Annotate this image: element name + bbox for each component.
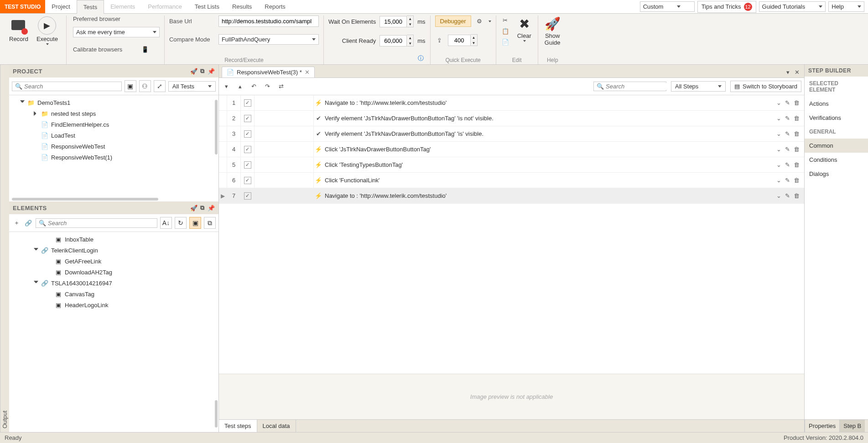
gear-icon[interactable]: ⚙ [475, 17, 484, 26]
undo-icon[interactable]: ↶ [249, 82, 258, 91]
edit-icon[interactable]: ✎ [785, 177, 790, 184]
tree-item[interactable]: 🔗TelerikClientLogin [9, 245, 218, 256]
delete-icon[interactable]: 🗑 [794, 146, 800, 153]
elements-search[interactable]: 🔍 [36, 218, 157, 228]
sort-icon[interactable]: A↓ [160, 217, 172, 229]
rocket-icon[interactable]: 🚀 [190, 205, 198, 211]
document-tab[interactable]: 📄 ResponsiveWebTest(3) * ✕ [222, 67, 315, 77]
tips-button[interactable]: Tips and Tricks 12 [697, 1, 756, 13]
step-checkbox[interactable]: ✓ [241, 157, 255, 172]
clear-button[interactable]: ✖ Clear [515, 15, 533, 43]
step-checkbox[interactable]: ✓ [241, 95, 255, 110]
tree-item[interactable]: 📄ResponsiveWebTest(1) [9, 152, 218, 163]
pin-icon[interactable]: 📌 [208, 205, 215, 211]
info-icon[interactable]: ⓘ [416, 54, 426, 63]
steps-search[interactable]: 🔍 [593, 82, 666, 91]
step-checkbox[interactable]: ✓ [241, 173, 255, 188]
steps-list[interactable]: 1✓⚡Navigate to : 'http://www.telerik.com… [219, 95, 804, 374]
delete-icon[interactable]: 🗑 [794, 192, 800, 199]
guided-tutorials-button[interactable]: Guided Tutorials [759, 1, 826, 12]
client-ready-spinner[interactable]: ▲▼ [379, 35, 414, 46]
project-search-input[interactable] [24, 83, 119, 90]
move-up-icon[interactable]: ▴ [235, 82, 244, 91]
edit-icon[interactable]: ✎ [785, 115, 790, 122]
tree-item[interactable]: ▣HeaderLogoLink [9, 299, 218, 310]
tree-item[interactable]: ▣GetAFreeLink [9, 256, 218, 267]
tab-properties[interactable]: Properties [805, 420, 839, 432]
mobile-icon[interactable]: 📱 [140, 45, 150, 54]
expand-icon[interactable]: ⌄ [776, 99, 781, 106]
dropdown-caret-icon[interactable]: ▾ [222, 82, 231, 91]
tree-item[interactable]: 📄FindElementHelper.cs [9, 119, 218, 130]
project-search[interactable]: 🔍 [12, 82, 122, 91]
add-icon[interactable]: ＋ [12, 218, 21, 227]
step-checkbox[interactable]: ✓ [241, 142, 255, 157]
execute-button[interactable]: ▶ Execute [35, 15, 60, 46]
redo-icon[interactable]: ↷ [263, 82, 272, 91]
compare-mode-combo[interactable]: FullPathAndQuery [218, 34, 319, 45]
spin-down-icon[interactable]: ▼ [407, 41, 413, 46]
menu-tests[interactable]: Tests [77, 0, 104, 14]
menu-testlists[interactable]: Test Lists [188, 0, 226, 13]
step-gutter[interactable] [219, 173, 227, 188]
spin-down-icon[interactable]: ▼ [471, 40, 477, 46]
delete-icon[interactable]: 🗑 [794, 161, 800, 168]
step-row[interactable]: ▶7✓⚡Navigate to : 'http://www.telerik.co… [219, 188, 804, 204]
sb-dialogs[interactable]: Dialogs [805, 167, 868, 181]
step-checkbox[interactable]: ✓ [241, 188, 255, 203]
tree-item[interactable]: ▣InboxTable [9, 234, 218, 245]
wait-on-spinner[interactable]: ▲▼ [379, 15, 414, 27]
show-guide-button[interactable]: 🚀 Show Guide [543, 15, 562, 47]
tree-item[interactable]: 📄ResponsiveWebTest [9, 141, 218, 152]
sb-conditions[interactable]: Conditions [805, 153, 868, 167]
tree-item[interactable]: ▣CanvasTag [9, 288, 218, 299]
sb-common[interactable]: Common [805, 139, 868, 153]
tree-item[interactable]: 🔗TSLA16430014216947 [9, 278, 218, 288]
elements-tree[interactable]: ▣InboxTable🔗TelerikClientLogin▣GetAFreeL… [9, 232, 218, 432]
caret-icon[interactable] [34, 248, 38, 252]
step-row[interactable]: 6✓⚡Click 'FunctionalLink'⌄✎🗑 [219, 173, 804, 188]
step-gutter[interactable] [219, 157, 227, 172]
group-icon[interactable]: ⧉ [204, 217, 216, 229]
expand-icon[interactable]: ⌄ [776, 130, 781, 137]
tree-item[interactable]: 📁DemoTests1 [9, 97, 218, 108]
step-gutter[interactable]: ▶ [219, 188, 227, 203]
project-tree[interactable]: 📁DemoTests1📁nested test steps📄FindElemen… [9, 95, 218, 197]
switch-storyboard-button[interactable]: ▤ Switch to Storyboard [730, 81, 801, 92]
tree-item[interactable]: 📁nested test steps [9, 108, 218, 119]
highlight-icon[interactable]: ▣ [189, 217, 201, 229]
tree-item[interactable]: ▣DownloadAH2Tag [9, 267, 218, 278]
link-icon[interactable]: 🔗 [24, 218, 33, 227]
wait-on-value[interactable] [379, 16, 407, 27]
tree-icon[interactable]: ⚇ [139, 80, 151, 92]
client-ready-value[interactable] [379, 35, 407, 46]
sb-verifications[interactable]: Verifications [805, 111, 868, 125]
spin-up-icon[interactable]: ▲ [407, 16, 413, 21]
output-tab[interactable]: Output [0, 65, 9, 432]
collapse-icon[interactable]: ▣ [125, 80, 136, 92]
delete-icon[interactable]: 🗑 [794, 177, 800, 184]
caret-icon[interactable] [34, 111, 38, 116]
step-checkbox[interactable]: ✓ [241, 126, 255, 141]
close-icon[interactable]: ✕ [305, 69, 310, 76]
delete-icon[interactable]: 🗑 [794, 130, 800, 137]
scrollbar[interactable] [215, 400, 218, 428]
expand-icon[interactable]: ⌄ [776, 115, 781, 122]
browser-combo[interactable]: Ask me every time [73, 27, 160, 37]
menu-caret-icon[interactable]: ▾ [783, 67, 792, 77]
expand-icon[interactable]: ⌄ [776, 161, 781, 168]
step-row[interactable]: 3✓✔Verify element 'JsTlrkNavDrawerButton… [219, 126, 804, 142]
edit-icon[interactable]: ✎ [785, 146, 790, 153]
rocket-icon[interactable]: 🚀 [190, 68, 198, 75]
branch-icon[interactable]: ⇄ [276, 82, 286, 91]
edit-icon[interactable]: ✎ [785, 130, 790, 137]
step-checkbox[interactable]: ✓ [241, 111, 255, 126]
step-row[interactable]: 4✓⚡Click 'JsTlrkNavDrawerButtonButtonTag… [219, 142, 804, 157]
edit-icon[interactable]: ✎ [785, 192, 790, 199]
copy-icon[interactable]: 📋 [501, 26, 510, 36]
sb-actions[interactable]: Actions [805, 97, 868, 111]
step-row[interactable]: 1✓⚡Navigate to : 'http://www.telerik.com… [219, 95, 804, 111]
edit-icon[interactable]: ✎ [785, 99, 790, 106]
step-gutter[interactable] [219, 95, 227, 110]
caret-icon[interactable] [20, 100, 25, 105]
